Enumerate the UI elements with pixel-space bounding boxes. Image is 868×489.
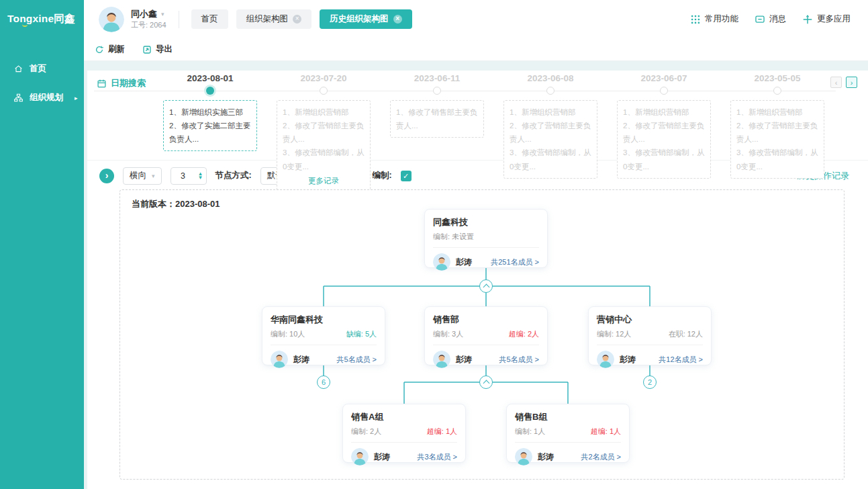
user-menu[interactable]: 同小鑫 ▾ 工号: 2064 xyxy=(84,7,166,32)
message-icon xyxy=(755,14,765,25)
org-node-meta: 编制: 2人 超编: 1人 xyxy=(351,427,457,443)
establishment-value: 编制: 2人 xyxy=(351,427,381,437)
org-node-root[interactable]: 同鑫科技 编制: 未设置 彭涛 共251名成员 > xyxy=(424,209,548,268)
timeline-dot[interactable] xyxy=(546,87,554,95)
date-search-button[interactable]: 日期搜索 xyxy=(97,77,146,89)
messages-button[interactable]: 消息 xyxy=(755,13,786,25)
depth-stepper[interactable]: 3 ▴ ▾ xyxy=(171,167,207,185)
leader-name: 彭涛 xyxy=(293,354,309,365)
home-icon xyxy=(13,64,23,74)
brand-logo-text: Tongxine同鑫 xyxy=(7,12,75,26)
timeline-entry: 2023-06-11 1、修改了销售部主要负责人... xyxy=(382,73,492,83)
timeline-dot[interactable] xyxy=(773,87,781,95)
timeline-date[interactable]: 2023-06-08 xyxy=(495,73,606,83)
org-node-sales-b[interactable]: 销售B组 编制: 1人 超编: 1人 彭涛 共2名成员 > xyxy=(506,404,630,463)
leader-name: 彭涛 xyxy=(620,354,636,365)
collapse-toggle-root[interactable] xyxy=(479,279,493,293)
more-records-link[interactable]: 更多记录 xyxy=(283,174,365,187)
org-node-title: 销售部 xyxy=(433,314,539,326)
change-item: 3、修改营销部编制，从0变更... xyxy=(736,146,818,173)
leader-avatar xyxy=(515,448,532,465)
stepper-down-icon[interactable]: ▾ xyxy=(199,176,202,180)
org-node-sales-a[interactable]: 销售A组 编制: 2人 超编: 1人 彭涛 共3名成员 > xyxy=(342,404,466,463)
close-icon[interactable]: × xyxy=(293,15,301,24)
logo-smile-icon xyxy=(22,23,28,27)
establishment-value: 编制: 12人 xyxy=(597,329,631,339)
user-meta: 同小鑫 ▾ 工号: 2064 xyxy=(131,8,166,30)
divider xyxy=(179,11,179,28)
org-node-sales[interactable]: 销售部 编制: 3人 超编: 2人 彭涛 共5名成员 > xyxy=(424,306,548,365)
org-node-huanan[interactable]: 华南同鑫科技 编制: 10人 缺编: 5人 彭涛 共5名成员 > xyxy=(262,306,385,365)
timeline-axis xyxy=(94,91,836,91)
status-badge: 超编: 2人 xyxy=(509,329,539,339)
more-apps-button[interactable]: 更多应用 xyxy=(802,13,851,25)
collapse-toggle-sales[interactable] xyxy=(479,375,493,389)
sidebar-nav: 首页 组织规划 ▸ xyxy=(0,38,84,112)
timeline-change-card: 1、新增组织实施三部 2、修改了实施二部主要负责人... xyxy=(163,100,257,151)
members-link[interactable]: 共12名成员 > xyxy=(659,355,703,365)
establishment-value: 编制: 3人 xyxy=(433,329,463,339)
direction-select[interactable]: 横向 ▾ xyxy=(123,167,162,185)
leader-name: 彭涛 xyxy=(456,257,472,268)
chevron-up-icon xyxy=(483,284,489,291)
timeline-date[interactable]: 2023-06-11 xyxy=(382,73,492,83)
status-badge: 超编: 1人 xyxy=(427,427,457,437)
members-link[interactable]: 共5名成员 > xyxy=(499,355,539,365)
members-link[interactable]: 共5名成员 > xyxy=(336,355,377,365)
close-icon[interactable]: × xyxy=(393,15,402,24)
leader-avatar xyxy=(433,351,450,368)
refresh-button[interactable]: 刷新 xyxy=(95,44,125,55)
chevron-right-icon[interactable]: ▸ xyxy=(75,95,78,101)
sidebar-item-home[interactable]: 首页 xyxy=(0,54,84,83)
org-node-meta: 编制: 未设置 xyxy=(433,232,539,248)
timeline-entry: 2023-06-07 1、新增组织营销部 2、修改了营销部主要负责人... 3、… xyxy=(609,73,719,83)
export-button[interactable]: 导出 xyxy=(142,44,173,55)
members-link[interactable]: 共2名成员 > xyxy=(581,452,621,462)
employee-number: 工号: 2064 xyxy=(131,20,166,30)
members-link[interactable]: 共3名成员 > xyxy=(417,452,457,462)
establishment-checkbox[interactable]: ✓ xyxy=(401,171,412,181)
common-functions-button[interactable]: 常用功能 xyxy=(690,13,738,25)
timeline-dot[interactable] xyxy=(320,87,328,95)
timeline-next-button[interactable]: › xyxy=(846,77,857,88)
timeline-change-card: 1、新增组织营销部 2、修改了营销部主要负责人... 3、修改营销部编制，从0变… xyxy=(730,100,824,179)
stepper-arrows[interactable]: ▴ ▾ xyxy=(195,172,206,179)
timeline-entry: 2023-07-20 1、新增组织营销部 2、修改了营销部主要负责人... 3、… xyxy=(269,73,379,83)
node-mode-label: 节点方式: xyxy=(215,170,252,181)
timeline-date[interactable]: 2023-05-05 xyxy=(722,73,832,83)
tab-home[interactable]: 首页 xyxy=(191,9,228,29)
timeline-date[interactable]: 2023-08-01 xyxy=(155,73,265,83)
change-item: 2、修改了营销部主要负责人... xyxy=(623,119,705,146)
timeline-date[interactable]: 2023-07-20 xyxy=(269,73,379,83)
sidebar-item-org-planning[interactable]: 组织规划 ▸ xyxy=(0,83,84,112)
org-node-marketing[interactable]: 营销中心 编制: 12人 在职: 12人 彭涛 共12名成员 > xyxy=(588,306,712,365)
members-link[interactable]: 共251名成员 > xyxy=(491,257,539,267)
more-apps-icon xyxy=(802,14,813,25)
change-item: 3、修改营销部编制，从0变更... xyxy=(510,146,591,173)
timeline-entry: 2023-05-05 1、新增组织营销部 2、修改了营销部主要负责人... 3、… xyxy=(722,73,832,83)
timeline-change-card: 1、修改了销售部主要负责人... xyxy=(390,100,484,138)
change-item: 1、新增组织营销部 xyxy=(510,105,591,119)
timeline-dot[interactable] xyxy=(206,87,214,95)
tab-history-org-chart[interactable]: 历史组织架构图 × xyxy=(320,9,412,29)
org-node-title: 同鑫科技 xyxy=(433,216,539,228)
timeline-prev-button[interactable]: ‹ xyxy=(830,77,842,88)
org-node-title: 华南同鑫科技 xyxy=(271,314,377,326)
timeline-dot[interactable] xyxy=(433,87,441,95)
timeline-dot[interactable] xyxy=(660,87,668,95)
timeline-change-card: 1、新增组织营销部 2、修改了营销部主要负责人... 3、修改营销部编制，从0变… xyxy=(617,100,711,179)
app-window: Tongxine同鑫 首页 组织规划 ▸ xyxy=(0,0,868,489)
expand-panel-button[interactable]: › xyxy=(99,169,114,183)
sidebar-item-label: 首页 xyxy=(30,63,46,75)
tab-org-chart[interactable]: 组织架构图 × xyxy=(236,9,312,29)
chevron-down-icon[interactable]: ▾ xyxy=(161,10,164,18)
timeline-date[interactable]: 2023-06-07 xyxy=(609,73,719,83)
org-chart-canvas: 当前版本：2023-08-01 同鑫科技 编制: 未设置 彭涛 共25 xyxy=(119,189,845,480)
establishment-value: 编制: 1人 xyxy=(515,427,545,437)
calendar-icon xyxy=(97,79,107,89)
collapsed-count-badge-huanan[interactable]: 6 xyxy=(317,375,330,389)
user-name: 同小鑫 ▾ xyxy=(131,8,166,20)
change-item: 1、新增组织营销部 xyxy=(623,105,705,119)
change-item: 3、修改营销部编制，从0变更... xyxy=(283,146,365,173)
collapsed-count-badge-marketing[interactable]: 2 xyxy=(643,375,657,389)
